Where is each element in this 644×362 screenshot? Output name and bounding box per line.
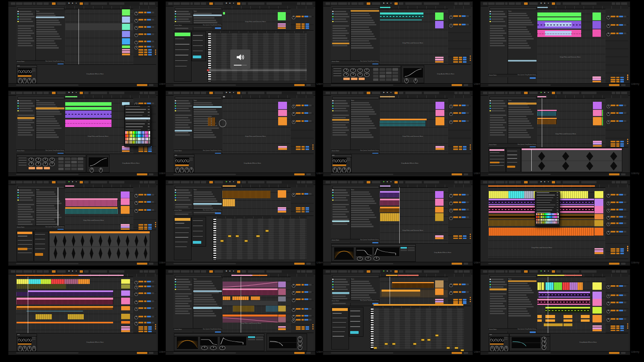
browser-sidebar-item[interactable] (490, 127, 505, 128)
transport-left-chip[interactable] (168, 270, 173, 273)
rack-cell-chip[interactable] (71, 161, 77, 164)
scale-chip[interactable] (193, 241, 201, 244)
punch-chip[interactable] (84, 270, 89, 273)
return-chip-orange2[interactable] (616, 145, 619, 147)
browser-list-item[interactable] (351, 191, 369, 193)
session-clip-cell[interactable] (278, 12, 286, 21)
browser-sidebar-item[interactable] (334, 110, 347, 111)
midi-note[interactable] (392, 343, 396, 345)
ableton-live-screenshot-r3c2[interactable]: ▶■●NameGroove NameBase Quantize Timing R… (166, 180, 315, 265)
transport-left-chip[interactable] (190, 92, 193, 94)
stop-clip-dot[interactable] (155, 324, 156, 325)
status-chip-orange[interactable] (609, 352, 619, 354)
mixer-chip-gray[interactable] (309, 291, 312, 293)
clip-block[interactable] (564, 323, 572, 326)
browser-sidebar-item[interactable] (19, 16, 34, 17)
device-knob[interactable] (500, 346, 504, 351)
browser-list-item[interactable] (36, 193, 56, 195)
lfo-rate-chip[interactable] (18, 75, 31, 77)
browser-list-item[interactable] (36, 130, 54, 131)
rack-cell-chip[interactable] (386, 75, 392, 78)
mixer-chip-orange[interactable] (296, 308, 301, 310)
browser-list-item[interactable] (194, 200, 217, 202)
browser-search-input[interactable] (17, 7, 64, 10)
stop-clip-dot[interactable] (470, 60, 471, 61)
browser-sidebar-item[interactable] (491, 13, 505, 14)
color-palette-swatch[interactable] (544, 219, 546, 221)
device-knob[interactable] (99, 168, 103, 173)
rack-cell-chip[interactable] (392, 68, 398, 71)
browser-list-item[interactable] (508, 38, 534, 39)
wavetable-chip[interactable] (256, 336, 263, 338)
clip-block[interactable] (537, 110, 557, 111)
browser-list-item[interactable] (351, 281, 369, 282)
clip-block[interactable] (564, 315, 572, 318)
status-chip-orange[interactable] (294, 352, 305, 354)
clip-block[interactable] (380, 193, 400, 198)
record-button[interactable]: ● (233, 92, 234, 94)
transport-right-chip[interactable] (149, 181, 155, 183)
mixer-chip-small[interactable] (459, 202, 461, 203)
tempo-chip[interactable] (524, 92, 528, 94)
mixer-chip-blue[interactable] (147, 103, 151, 104)
mixer-chip-orange[interactable] (138, 281, 144, 282)
transport-left-chip[interactable] (11, 92, 15, 94)
browser-sidebar-item[interactable] (19, 200, 33, 201)
browser-sidebar-item[interactable] (332, 296, 346, 297)
context-menu-item[interactable] (537, 210, 552, 210)
browser-list-item[interactable] (508, 33, 531, 35)
return-chip-orange[interactable] (611, 79, 616, 80)
browser-list-item[interactable] (508, 315, 531, 316)
browser-selected-category[interactable] (332, 119, 349, 121)
midi-note[interactable] (244, 240, 248, 242)
ableton-live-screenshot-r4c4[interactable]: ▶■●NameGroove NameBase Quantize Timing R… (481, 269, 630, 355)
browser-sidebar-item[interactable] (177, 21, 190, 22)
return-chip-orange2[interactable] (144, 54, 147, 56)
session-clip-cell[interactable] (435, 199, 444, 206)
mixer-chip-orange[interactable] (611, 33, 616, 34)
time-signature-chip[interactable] (372, 270, 381, 273)
time-signature-chip[interactable] (215, 270, 223, 273)
browser-sidebar-item[interactable] (332, 122, 349, 123)
browser-selected-row[interactable] (351, 10, 379, 12)
return-chip-blue[interactable] (463, 299, 467, 300)
transport-left-chip[interactable] (509, 92, 515, 94)
transport-left-chip[interactable] (331, 92, 338, 94)
transport-left-chip[interactable] (43, 181, 49, 183)
browser-sidebar-item[interactable] (332, 45, 347, 46)
play-button[interactable]: ▶ (383, 2, 384, 4)
clip-block[interactable] (541, 282, 544, 290)
return-chip-orange2[interactable] (459, 59, 462, 60)
tempo-chip[interactable] (524, 181, 528, 183)
color-palette-swatch[interactable] (554, 216, 555, 218)
browser-list-item[interactable] (194, 193, 213, 195)
return-chip-blue[interactable] (620, 81, 624, 82)
punch-chip[interactable] (242, 92, 246, 94)
browser-sidebar-item[interactable] (332, 30, 347, 31)
status-chip-orange[interactable] (452, 173, 462, 175)
mixer-chip-gray[interactable] (151, 300, 154, 302)
mixer-chip-gray[interactable] (309, 193, 312, 195)
status-chip-orange[interactable] (137, 173, 147, 175)
browser-list-item[interactable] (508, 47, 531, 48)
browser-sidebar-item[interactable] (177, 189, 189, 191)
mixer-chip-small[interactable] (301, 315, 304, 317)
browser-list-item[interactable] (36, 136, 59, 138)
mixer-chip-small[interactable] (616, 318, 619, 320)
return-chip-orange2[interactable] (459, 148, 462, 150)
transport-left-chip[interactable] (351, 92, 357, 94)
transport-right-chip[interactable] (612, 181, 615, 183)
mixer-chip-gray[interactable] (466, 194, 469, 195)
color-palette-swatch[interactable] (147, 134, 148, 137)
browser-sidebar-item[interactable] (490, 37, 505, 39)
ableton-live-screenshot-r2c2[interactable]: ▶■●NameDrop Files and Devices HereGroove… (166, 91, 315, 176)
transport-left-chip[interactable] (201, 2, 206, 5)
mixer-chip-blue[interactable] (304, 315, 308, 317)
color-palette-swatch[interactable] (551, 221, 552, 224)
color-palette-swatch[interactable] (552, 219, 554, 221)
color-palette-swatch[interactable] (136, 141, 138, 144)
return-track-cell[interactable] (122, 53, 130, 56)
play-button[interactable]: ▶ (541, 2, 542, 4)
status-chip-orange[interactable] (137, 263, 147, 265)
browser-list-item[interactable] (351, 120, 372, 121)
